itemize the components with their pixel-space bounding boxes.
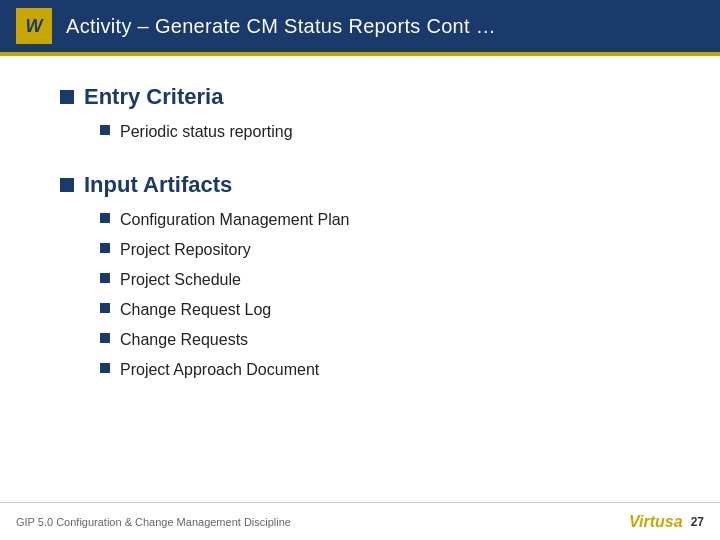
sub-item-text: Project Approach Document [120, 358, 319, 382]
sub-item-text: Project Repository [120, 238, 251, 262]
main-content: Entry Criteria Periodic status reporting… [0, 56, 720, 430]
list-item: Change Request Log [100, 298, 660, 322]
sub-item-text: Project Schedule [120, 268, 241, 292]
footer-text: GIP 5.0 Configuration & Change Managemen… [16, 516, 291, 528]
sub-bullet-icon [100, 125, 110, 135]
sub-item-text: Change Requests [120, 328, 248, 352]
list-item: Change Requests [100, 328, 660, 352]
header-title: Activity – Generate CM Status Reports Co… [66, 15, 496, 38]
input-artifacts-items: Configuration Management Plan Project Re… [100, 208, 660, 382]
sub-bullet-icon [100, 243, 110, 253]
sub-bullet-icon [100, 303, 110, 313]
sub-item-text: Configuration Management Plan [120, 208, 349, 232]
entry-criteria-bullet [60, 90, 74, 104]
input-artifacts-title: Input Artifacts [84, 172, 232, 198]
sub-item-text: Periodic status reporting [120, 120, 293, 144]
virtusa-logo: Virtusa [629, 513, 683, 531]
input-artifacts-header: Input Artifacts [60, 172, 660, 198]
list-item: Project Repository [100, 238, 660, 262]
entry-criteria-section: Entry Criteria Periodic status reporting [60, 84, 660, 144]
sub-bullet-icon [100, 333, 110, 343]
sub-bullet-icon [100, 213, 110, 223]
list-item: Periodic status reporting [100, 120, 660, 144]
entry-criteria-items: Periodic status reporting [100, 120, 660, 144]
input-artifacts-section: Input Artifacts Configuration Management… [60, 172, 660, 382]
list-item: Project Approach Document [100, 358, 660, 382]
entry-criteria-title: Entry Criteria [84, 84, 223, 110]
page-number: 27 [691, 515, 704, 529]
list-item: Project Schedule [100, 268, 660, 292]
input-artifacts-bullet [60, 178, 74, 192]
footer: GIP 5.0 Configuration & Change Managemen… [0, 502, 720, 540]
footer-right: Virtusa 27 [629, 513, 704, 531]
sub-item-text: Change Request Log [120, 298, 271, 322]
sub-bullet-icon [100, 273, 110, 283]
header-bar: W Activity – Generate CM Status Reports … [0, 0, 720, 52]
header-logo: W [16, 8, 52, 44]
entry-criteria-header: Entry Criteria [60, 84, 660, 110]
list-item: Configuration Management Plan [100, 208, 660, 232]
sub-bullet-icon [100, 363, 110, 373]
